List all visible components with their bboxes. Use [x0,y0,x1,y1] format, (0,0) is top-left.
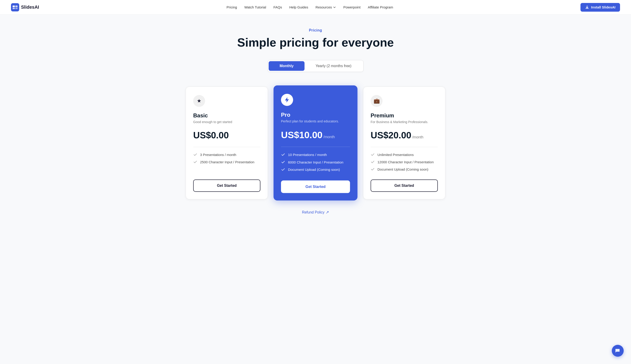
billing-toggle: Monthly Yearly (2 months free) [268,60,363,72]
nav-watch-tutorial[interactable]: Watch Tutorial [244,5,266,9]
pro-cta-button[interactable]: Get Started [281,180,350,193]
external-link-icon [326,211,329,214]
nav-pricing[interactable]: Pricing [227,5,237,9]
premium-price-amount: US$20.00 [371,130,411,140]
basic-plan-name: Basic [193,112,260,119]
monthly-toggle[interactable]: Monthly [269,61,305,71]
lightning-icon [284,97,290,102]
list-item: 12000 Character Input / Presentation [371,160,438,164]
section-label: Pricing [184,28,447,32]
premium-plan-icon: 💼 [371,95,382,107]
pro-features-list: 10 Presentations / month 6000 Character … [281,152,350,172]
basic-divider [193,147,260,147]
yearly-toggle[interactable]: Yearly (2 months free) [305,61,362,71]
svg-rect-4 [15,8,18,9]
chat-fab-button[interactable] [612,345,624,357]
refund-row: Refund Policy [184,210,447,214]
page-title: Simple pricing for everyone [184,36,447,49]
check-icon [281,168,285,172]
premium-plan-card: 💼 Premium For Business & Marketing Profe… [363,86,445,199]
pro-price-amount: US$10.00 [281,130,322,140]
svg-rect-2 [15,6,18,7]
basic-plan-desc: Good enough to get started [193,120,260,124]
check-icon [371,152,375,157]
list-item: 10 Presentations / month [281,152,350,157]
brand-logo[interactable]: SlidesAI [11,3,39,12]
basic-cta-button[interactable]: Get Started [193,180,260,192]
list-item: Unlimited Presentations [371,152,438,157]
list-item: 2500 Character Input / Presentation [193,160,260,164]
pro-plan-card: Pro Perfect plan for students and educat… [273,86,357,200]
check-icon [371,160,375,164]
nav-resources-dropdown[interactable]: Resources [315,5,336,9]
premium-plan-name: Premium [371,112,438,119]
svg-rect-0 [11,3,19,12]
pricing-cards: ★ Basic Good enough to get started US$0.… [184,86,447,199]
nav-links: Pricing Watch Tutorial FAQs Help Guides … [227,5,393,9]
nav-powerpoint[interactable]: Powerpoint [343,5,360,9]
basic-plan-card: ★ Basic Good enough to get started US$0.… [186,86,268,199]
premium-plan-price: US$20.00 /month [371,130,438,140]
basic-plan-icon: ★ [193,95,205,107]
main-content: Pricing Simple pricing for everyone Mont… [178,14,453,233]
nav-faqs[interactable]: FAQs [273,5,282,9]
premium-cta-button[interactable]: Get Started [371,180,438,192]
list-item: Document Upload (Coming soon) [281,168,350,172]
svg-rect-3 [13,8,15,9]
chevron-down-icon [333,6,336,9]
check-icon [193,160,197,164]
download-icon [585,5,589,9]
refund-policy-link[interactable]: Refund Policy [302,210,329,214]
logo-icon [11,3,19,12]
svg-rect-1 [13,6,15,7]
premium-price-period: /month [412,135,424,139]
check-icon [371,167,375,171]
pro-plan-name: Pro [281,112,350,118]
basic-features-list: 3 Presentations / month 2500 Character I… [193,152,260,171]
basic-price-amount: US$0.00 [193,130,229,140]
basic-plan-price: US$0.00 [193,130,260,140]
brand-name: SlidesAI [21,4,39,10]
list-item: 6000 Character Input / Presentation [281,160,350,164]
premium-divider [371,147,438,147]
premium-plan-desc: For Business & Marketing Professionals. [371,120,438,124]
nav-help-guides[interactable]: Help Guides [289,5,308,9]
nav-affiliate[interactable]: Affiliate Program [368,5,393,9]
billing-toggle-container: Monthly Yearly (2 months free) [184,60,447,72]
navbar: SlidesAI Pricing Watch Tutorial FAQs Hel… [0,0,631,14]
pro-plan-desc: Perfect plan for students and educators. [281,120,350,123]
list-item: 3 Presentations / month [193,152,260,157]
pro-divider [281,147,350,147]
pro-plan-icon [281,94,293,106]
pro-price-period: /month [323,135,335,139]
list-item: Document Upload (Coming soon) [371,167,438,171]
premium-features-list: Unlimited Presentations 12000 Character … [371,152,438,171]
pro-plan-price: US$10.00 /month [281,130,350,140]
check-icon [193,152,197,157]
chat-icon [615,348,620,354]
check-icon [281,160,285,164]
install-button[interactable]: Install SlidesAI [580,3,620,12]
check-icon [281,152,285,157]
